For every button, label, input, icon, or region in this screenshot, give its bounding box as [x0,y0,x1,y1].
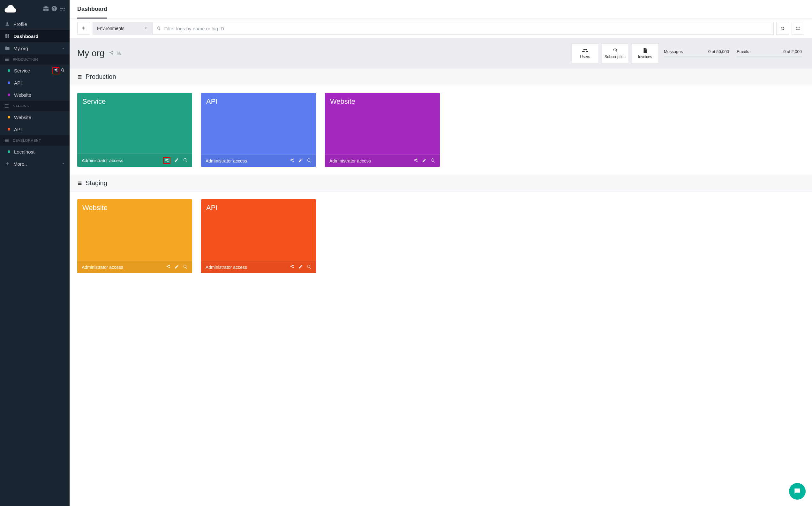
settings-share-icon[interactable] [289,158,294,164]
settings-share-icon[interactable] [413,158,418,164]
nav-item-localhost[interactable]: Localhost [0,146,70,158]
invoices-card[interactable]: Invoices [631,44,659,63]
settings-share-icon[interactable] [108,51,114,57]
app-card[interactable]: ServiceAdministrator access [77,93,192,167]
card-title: API [201,199,316,261]
nav-myorg-label: My org [13,46,28,51]
card-role: Administrator access [82,158,123,163]
settings-share-icon[interactable] [166,264,170,270]
search-icon[interactable] [183,158,188,163]
settings-share-icon[interactable] [289,264,294,270]
status-dot [8,94,10,96]
sidebar-top [0,0,70,18]
nav-profile-label: Profile [13,21,27,27]
card-title: Website [325,93,440,155]
card-role: Administrator access [205,265,247,270]
tab-dashboard[interactable]: Dashboard [77,0,107,18]
section-development: DEVELOPMENT [0,135,70,146]
card-role: Administrator access [82,265,123,270]
refresh-button[interactable] [776,22,789,35]
org-title: My org [77,48,105,59]
app-logo [4,3,17,15]
settings-share-icon[interactable] [163,157,170,164]
users-card[interactable]: Users [571,44,599,63]
section-title-staging: Staging [70,175,812,191]
edit-icon[interactable] [174,158,179,163]
settings-slider-icon[interactable] [59,5,66,13]
cards-staging: WebsiteAdministrator accessAPIAdministra… [70,191,812,281]
nav-myorg[interactable]: My org [0,42,70,54]
nav-item-staging-website[interactable]: Website [0,111,70,123]
nav-dashboard-label: Dashboard [13,33,38,39]
card-role: Administrator access [205,158,247,163]
progress-bar [664,56,729,58]
card-role: Administrator access [330,158,371,163]
status-dot [8,150,10,153]
search-icon[interactable] [307,158,311,164]
nav-item-service[interactable]: Service [0,65,70,77]
server-icon [77,181,82,186]
section-production: PRODUCTION [0,54,70,65]
status-dot [8,69,10,72]
sidebar: Profile Dashboard My org PRODUCTION Serv… [0,0,70,281]
chart-icon[interactable] [116,51,121,57]
card-title: Website [77,199,192,261]
status-dot [8,128,10,131]
help-icon[interactable] [51,5,58,13]
org-header: My org Users Subscription Invoices Messa… [70,38,812,68]
app-card[interactable]: WebsiteAdministrator access [77,199,192,273]
environments-label: Environments [97,26,124,31]
subscription-card[interactable]: Subscription [601,44,629,63]
toolbar: Environments [70,19,812,38]
search-input[interactable] [164,26,770,31]
main: Dashboard Environments My org Users Subs… [70,0,812,281]
fullscreen-button[interactable] [792,22,804,35]
status-dot [8,116,10,118]
app-card[interactable]: WebsiteAdministrator access [325,93,440,167]
search-icon[interactable] [183,264,188,270]
settings-share-icon[interactable] [52,67,59,74]
app-card[interactable]: APIAdministrator access [201,93,316,167]
nav-profile[interactable]: Profile [0,18,70,30]
edit-icon[interactable] [298,158,303,164]
cards-production: ServiceAdministrator accessAPIAdministra… [70,85,812,175]
chevron-down-icon [144,26,148,31]
chevron-down-icon [61,161,65,167]
card-title: Service [77,93,192,154]
app-card[interactable]: APIAdministrator access [201,199,316,273]
nav-dashboard[interactable]: Dashboard [0,30,70,42]
chevron-up-icon [61,46,65,51]
edit-icon[interactable] [298,264,303,270]
progress-bar [737,56,802,58]
search-icon[interactable] [307,264,311,270]
move-button[interactable] [77,22,90,35]
environments-dropdown[interactable]: Environments [93,22,153,35]
section-staging: STAGING [0,101,70,111]
card-title: API [201,93,316,155]
messages-stat: Messages0 of 50,000 [661,44,732,63]
search-icon[interactable] [431,158,435,164]
gift-icon[interactable] [43,5,49,13]
nav-more[interactable]: More.. [0,158,70,170]
section-title-production: Production [70,68,812,85]
emails-stat: Emails0 of 2,000 [734,44,804,63]
server-icon [77,74,82,80]
nav-item-website[interactable]: Website [0,89,70,101]
status-dot [8,81,10,84]
search-icon [157,26,161,31]
tabs: Dashboard [70,0,812,19]
edit-icon[interactable] [174,264,179,270]
search-icon[interactable] [61,68,65,73]
search-bar[interactable] [153,22,774,35]
nav-item-staging-api[interactable]: API [0,123,70,135]
nav-item-api[interactable]: API [0,77,70,89]
edit-icon[interactable] [422,158,427,164]
